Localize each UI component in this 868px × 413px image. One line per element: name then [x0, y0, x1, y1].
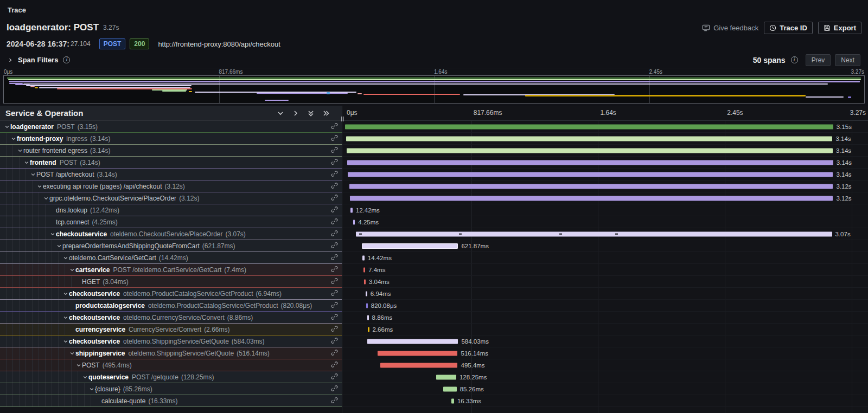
span-bar-row[interactable]: 3.12s [342, 180, 868, 192]
chevron-down-icon[interactable] [55, 243, 62, 249]
chevron-down-icon[interactable] [62, 255, 69, 261]
chevron-down-icon[interactable] [62, 315, 69, 320]
chevron-down-icon[interactable] [49, 231, 56, 237]
chevron-down-icon[interactable] [16, 148, 23, 153]
span-bar[interactable] [362, 243, 458, 249]
span-row[interactable]: tcp.connect (4.25ms) [0, 216, 342, 228]
span-row[interactable]: checkoutservice oteldemo.ProductCatalogS… [0, 288, 342, 300]
span-bar-row[interactable]: 3.14s [342, 169, 868, 180]
span-bar-row[interactable]: 516.14ms [342, 347, 868, 359]
span-filters-toggle[interactable]: Span Filters i [8, 56, 70, 64]
chevron-down-icon[interactable] [23, 160, 30, 165]
chevron-down-icon[interactable] [88, 386, 95, 392]
span-bar[interactable] [350, 208, 353, 212]
span-row[interactable]: prepareOrderItemsAndShippingQuoteFromCar… [0, 240, 342, 252]
span-bar-row[interactable]: 7.4ms [342, 264, 868, 276]
span-bar[interactable] [378, 351, 458, 356]
span-bar[interactable] [353, 220, 355, 224]
span-bar[interactable] [367, 315, 369, 320]
span-row[interactable]: frontend POST (3.14s) [0, 157, 342, 169]
chevron-down-icon[interactable] [68, 351, 75, 356]
chevron-down-icon[interactable] [68, 267, 75, 273]
chevron-down-icon[interactable] [62, 339, 69, 344]
span-row[interactable]: HGET (3.04ms) [0, 276, 342, 288]
span-bar-row[interactable]: 3.15s [342, 121, 868, 133]
span-row[interactable]: quoteservice POST /getquote (128.25ms) [0, 371, 342, 383]
span-bar-row[interactable]: 12.42ms [342, 204, 868, 216]
span-link-icon[interactable] [331, 134, 338, 143]
chevron-down-icon[interactable] [10, 136, 17, 141]
span-bar[interactable] [346, 136, 833, 141]
span-row[interactable]: router frontend egress (3.14s) [0, 145, 342, 157]
span-row[interactable]: currencyservice CurrencyService/Convert … [0, 324, 342, 335]
prev-button[interactable]: Prev [806, 54, 831, 66]
chevron-down-icon[interactable] [62, 291, 69, 296]
span-link-icon[interactable] [331, 122, 338, 131]
span-link-icon[interactable] [331, 373, 338, 382]
span-link-icon[interactable] [331, 301, 338, 310]
span-bar-row[interactable]: 3.04ms [342, 276, 868, 288]
span-link-icon[interactable] [331, 182, 338, 191]
span-bar[interactable] [345, 124, 833, 129]
span-bar-row[interactable]: 3.07s [342, 228, 868, 240]
give-feedback-button[interactable]: Give feedback [702, 24, 758, 32]
span-bar-row[interactable]: 3.14s [342, 145, 868, 157]
span-row[interactable]: grpc.oteldemo.CheckoutService/PlaceOrder… [0, 192, 342, 204]
span-bar[interactable] [348, 172, 833, 177]
span-row[interactable]: {closure} (85.26ms) [0, 383, 342, 395]
chevron-down-icon[interactable] [3, 124, 10, 130]
span-bar-row[interactable]: 8.86ms [342, 312, 868, 324]
span-row[interactable]: frontend-proxy ingress (3.14s) [0, 133, 342, 145]
span-link-icon[interactable] [331, 206, 338, 215]
export-button[interactable]: Export [818, 22, 861, 34]
span-link-icon[interactable] [331, 337, 338, 346]
span-bar[interactable] [347, 160, 833, 165]
trace-minimap[interactable] [3, 75, 865, 104]
expand-all-icon[interactable] [322, 109, 330, 117]
span-row[interactable]: oteldemo.CartService/GetCart (14.42ms) [0, 252, 342, 264]
span-row[interactable]: POST (495.4ms) [0, 359, 342, 371]
span-row[interactable]: cartservice POST /oteldemo.CartService/G… [0, 264, 342, 276]
span-row[interactable]: checkoutservice oteldemo.ShippingService… [0, 335, 342, 347]
span-bar[interactable] [380, 363, 457, 367]
next-button[interactable]: Next [835, 54, 860, 66]
span-bar-row[interactable]: 584.03ms [342, 335, 868, 347]
span-link-icon[interactable] [331, 230, 338, 238]
span-link-icon[interactable] [331, 313, 338, 322]
span-bar[interactable] [443, 386, 456, 391]
span-bar[interactable] [368, 327, 369, 332]
span-row[interactable]: shippingservice oteldemo.ShippingService… [0, 347, 342, 359]
span-link-icon[interactable] [331, 397, 338, 405]
span-bar[interactable] [366, 291, 367, 296]
span-row[interactable]: dns.lookup (12.42ms) [0, 204, 342, 216]
span-link-icon[interactable] [331, 361, 338, 370]
chevron-down-icon[interactable] [81, 375, 88, 380]
span-bar[interactable] [366, 303, 368, 308]
span-bar-row[interactable]: 14.42ms [342, 252, 868, 264]
span-bar[interactable] [451, 398, 454, 403]
span-bar-row[interactable]: 495.4ms [342, 359, 868, 371]
chevron-down-icon[interactable] [36, 184, 43, 189]
span-bar-row[interactable]: 6.94ms [342, 288, 868, 300]
span-link-icon[interactable] [331, 146, 338, 155]
span-row[interactable]: executing api route (pages) /api/checkou… [0, 180, 342, 192]
span-bar-row[interactable]: 3.14s [342, 133, 868, 145]
span-bar-row[interactable]: 820.08μs [342, 300, 868, 312]
span-link-icon[interactable] [331, 242, 338, 250]
span-link-icon[interactable] [331, 194, 338, 203]
span-bar[interactable] [347, 148, 833, 153]
span-row[interactable]: checkoutservice oteldemo.CheckoutService… [0, 228, 342, 240]
span-bar[interactable] [363, 267, 365, 272]
span-row[interactable]: POST /api/checkout (3.14s) [0, 169, 342, 180]
span-link-icon[interactable] [331, 278, 338, 286]
span-row[interactable]: loadgenerator POST (3.15s) [0, 121, 342, 133]
span-bar[interactable] [356, 231, 832, 236]
span-bar[interactable] [436, 375, 456, 379]
chevron-down-icon[interactable] [42, 196, 49, 201]
span-bar-row[interactable]: 3.12s [342, 192, 868, 204]
span-row[interactable]: checkoutservice oteldemo.CurrencyService… [0, 312, 342, 324]
span-bar[interactable] [367, 339, 458, 344]
span-link-icon[interactable] [331, 385, 338, 393]
expand-one-icon[interactable] [292, 109, 299, 117]
span-bar[interactable] [349, 184, 833, 189]
